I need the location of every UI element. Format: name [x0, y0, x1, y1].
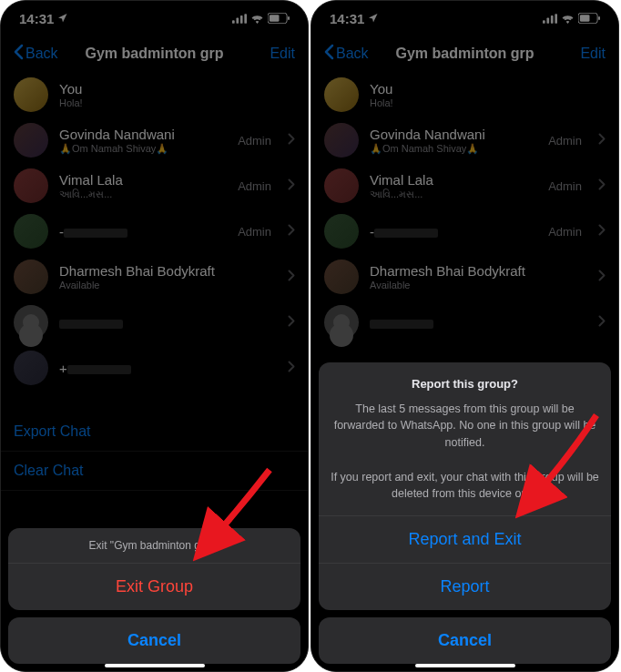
sheet-group: Report this group? The last 5 messages f… — [319, 362, 611, 610]
action-sheet: Exit "Gym badminton grp"? Exit Group Can… — [8, 528, 300, 664]
phone-left: 14:31 Back Gym badminton grp Edit YouHol… — [0, 0, 309, 672]
sheet-prompt: Exit "Gym badminton grp"? — [8, 528, 300, 564]
home-indicator[interactable] — [105, 664, 205, 667]
report-button[interactable]: Report — [319, 564, 611, 610]
cancel-button[interactable]: Cancel — [319, 617, 611, 664]
sheet-body-1: The last 5 messages from this group will… — [334, 402, 596, 450]
sheet-group: Exit "Gym badminton grp"? Exit Group — [8, 528, 300, 610]
sheet-body-2: If you report and exit, your chat with t… — [331, 471, 599, 501]
phone-right: 14:31 Back Gym badminton grp Edit YouHol… — [310, 0, 619, 672]
action-sheet: Report this group? The last 5 messages f… — [319, 362, 611, 664]
sheet-header: Report this group? The last 5 messages f… — [319, 362, 611, 516]
sheet-title: Report this group? — [330, 375, 600, 393]
exit-group-button[interactable]: Exit Group — [8, 564, 300, 610]
cancel-button[interactable]: Cancel — [8, 617, 300, 664]
report-and-exit-button[interactable]: Report and Exit — [319, 516, 611, 564]
home-indicator[interactable] — [415, 664, 515, 667]
